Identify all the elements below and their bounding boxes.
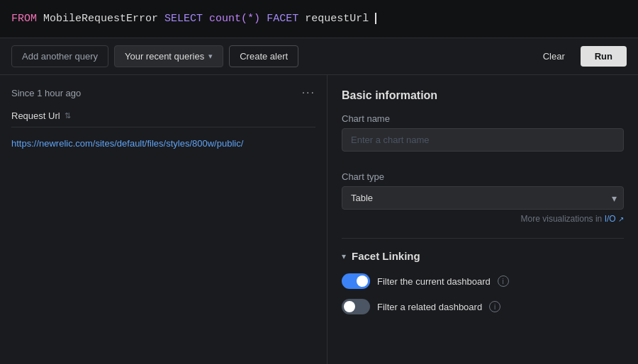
recent-queries-button[interactable]: Your recent queries ▾: [114, 45, 223, 67]
filter-related-row: Filter a related dashboard i: [342, 299, 624, 314]
filter-current-toggle[interactable]: [342, 273, 370, 289]
left-panel: Since 1 hour ago ··· Request Url ⇅ https…: [0, 75, 328, 364]
chart-type-label: Chart type: [342, 171, 624, 182]
chart-type-select-wrapper: Table Bar Line Billboard Pie Area ▾: [342, 186, 624, 210]
filter-related-info-icon[interactable]: i: [489, 301, 500, 312]
viz-link-row: More visualizations in I/O ↗: [342, 214, 624, 224]
query-bar[interactable]: FROM MobileRequestError SELECT count(*) …: [0, 0, 638, 38]
sort-icon[interactable]: ⇅: [65, 111, 71, 120]
chart-type-group: Chart type Table Bar Line Billboard Pie …: [342, 171, 624, 224]
filter-current-row: Filter the current dashboard i: [342, 273, 624, 289]
facet-keyword: FACET: [267, 13, 298, 25]
query-text: FROM MobileRequestError SELECT count(*) …: [11, 13, 627, 25]
external-link-icon: ↗: [618, 215, 624, 223]
table-column-header: Request Url ⇅: [11, 110, 315, 127]
create-alert-button[interactable]: Create alert: [229, 45, 298, 67]
facet-chevron-icon[interactable]: ▾: [342, 251, 346, 261]
filter-current-label: Filter the current dashboard: [377, 276, 491, 287]
chart-name-group: Chart name: [342, 113, 624, 163]
chevron-down-icon: ▾: [208, 52, 213, 61]
panel-header: Since 1 hour ago ···: [11, 86, 315, 99]
chart-name-label: Chart name: [342, 113, 624, 124]
func-text: count(*): [209, 13, 260, 25]
field-text: requestUrl: [305, 13, 369, 25]
toolbar: Add another query Your recent queries ▾ …: [0, 38, 638, 75]
section-title: Basic information: [342, 89, 624, 102]
chart-name-input[interactable]: [342, 128, 624, 152]
io-link[interactable]: I/O ↗: [605, 214, 624, 224]
select-keyword: SELECT: [164, 13, 203, 25]
filter-related-toggle[interactable]: [342, 299, 370, 314]
main-content: Since 1 hour ago ··· Request Url ⇅ https…: [0, 75, 638, 364]
recent-queries-label: Your recent queries: [125, 51, 204, 62]
toggle-knob-related: [344, 301, 355, 312]
clear-button[interactable]: Clear: [533, 46, 575, 67]
from-keyword: FROM: [11, 13, 37, 25]
table-row: https://newrelic.com/sites/default/files…: [11, 133, 315, 153]
add-query-button[interactable]: Add another query: [11, 45, 108, 67]
right-panel: Basic information Chart name Chart type …: [328, 75, 638, 364]
facet-title: Facet Linking: [352, 250, 420, 262]
filter-related-label: Filter a related dashboard: [377, 302, 482, 312]
viz-link-text: More visualizations in: [521, 214, 603, 224]
filter-current-info-icon[interactable]: i: [498, 275, 509, 287]
column-header-text: Request Url: [11, 110, 60, 121]
facet-header: ▾ Facet Linking: [342, 250, 624, 262]
table-name: MobileRequestError: [43, 13, 164, 25]
url-link[interactable]: https://newrelic.com/sites/default/files…: [11, 138, 243, 149]
chart-type-select[interactable]: Table Bar Line Billboard Pie Area: [342, 186, 624, 210]
toggle-knob: [357, 275, 368, 287]
run-button[interactable]: Run: [581, 46, 627, 67]
since-label: Since 1 hour ago: [11, 88, 81, 98]
more-options-icon[interactable]: ···: [302, 86, 315, 99]
cursor: [375, 13, 376, 24]
facet-section: ▾ Facet Linking Filter the current dashb…: [342, 238, 624, 314]
